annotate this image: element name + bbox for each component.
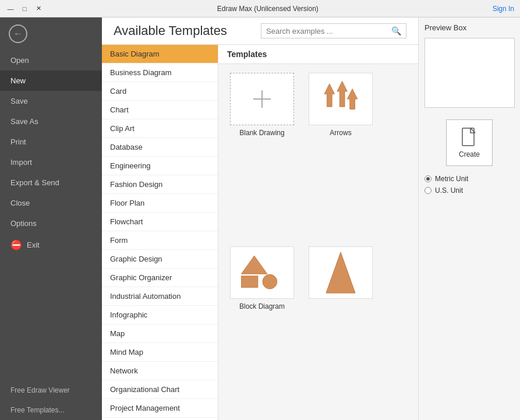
category-project-management[interactable]: Project Management: [102, 399, 218, 418]
category-engineering[interactable]: Engineering: [102, 157, 218, 175]
sidebar-item-print[interactable]: Print: [0, 132, 102, 152]
us-unit-option[interactable]: U.S. Unit: [425, 186, 514, 195]
metric-unit-option[interactable]: Metric Unit: [425, 175, 514, 183]
category-clip-art[interactable]: Clip Art: [102, 119, 218, 138]
sidebar-item-viewer[interactable]: Free Edraw Viewer: [0, 380, 102, 400]
template-pyramid[interactable]: [306, 246, 376, 411]
category-chart[interactable]: Chart: [102, 101, 218, 119]
sidebar-item-new[interactable]: New: [0, 70, 102, 91]
sidebar-item-export[interactable]: Export & Send: [0, 172, 102, 193]
category-floor-plan[interactable]: Floor Plan: [102, 194, 218, 213]
category-map[interactable]: Map: [102, 324, 218, 343]
pyramid-illustration: [317, 249, 364, 296]
search-icon: 🔍: [391, 26, 401, 36]
main-header: Available Templates 🔍: [102, 17, 418, 45]
category-basic-diagram[interactable]: Basic Diagram: [102, 45, 218, 63]
template-category-panel: Basic Diagram Business Diagram Card Char…: [102, 45, 218, 420]
templates-content: Templates Blank Drawing: [218, 45, 418, 420]
back-circle-icon: ←: [9, 24, 27, 43]
app-body: ← Open New Save Save As Print Import Exp…: [0, 17, 520, 420]
templates-grid-wrapper: Basic Diagram Business Diagram Card Char…: [102, 45, 418, 420]
category-graphic-organizer[interactable]: Graphic Organizer: [102, 269, 218, 287]
exit-label: Exit: [27, 241, 40, 249]
svg-rect-9: [462, 128, 474, 146]
template-block-diagram-preview: [230, 246, 294, 299]
category-network[interactable]: Network: [102, 362, 218, 380]
search-box[interactable]: 🔍: [261, 23, 406, 38]
templates-grid: Blank Drawing: [218, 64, 418, 420]
title-bar: — □ ✕ Edraw Max (Unlicensed Version) Sig…: [0, 0, 520, 17]
sidebar-bottom: Free Edraw Viewer Free Templates...: [0, 380, 102, 420]
app-title: Edraw Max (Unlicensed Version): [43, 5, 493, 13]
template-block-diagram[interactable]: Block Diagram: [227, 246, 297, 411]
metric-unit-label: Metric Unit: [435, 175, 468, 183]
content-area: Available Templates 🔍 Basic Diagram Busi…: [102, 17, 520, 420]
category-industrial-automation[interactable]: Industrial Automation: [102, 287, 218, 306]
templates-header: Templates: [218, 45, 418, 64]
category-mind-map[interactable]: Mind Map: [102, 343, 218, 362]
svg-marker-5: [241, 256, 267, 274]
metric-radio[interactable]: [425, 175, 431, 182]
svg-rect-6: [241, 276, 257, 288]
metric-radio-selected: [426, 177, 430, 181]
exit-icon: ⛔: [10, 239, 22, 250]
template-arrows-preview: [309, 73, 373, 125]
sidebar-item-free-templates[interactable]: Free Templates...: [0, 400, 102, 420]
sidebar-item-close[interactable]: Close: [0, 193, 102, 213]
template-blank-drawing-label: Blank Drawing: [239, 129, 284, 137]
template-blank-drawing-preview: [230, 73, 294, 125]
us-radio[interactable]: [425, 187, 431, 194]
category-business-diagram[interactable]: Business Diagram: [102, 63, 218, 82]
sidebar: ← Open New Save Save As Print Import Exp…: [0, 17, 102, 420]
create-button[interactable]: Create: [446, 119, 493, 166]
template-block-diagram-label: Block Diagram: [239, 302, 285, 310]
main-area: Available Templates 🔍 Basic Diagram Busi…: [102, 17, 418, 420]
svg-point-7: [263, 274, 277, 289]
sign-in-link[interactable]: Sign In: [493, 5, 514, 13]
us-unit-label: U.S. Unit: [435, 186, 463, 195]
template-pyramid-preview: [309, 246, 373, 299]
close-button[interactable]: ✕: [34, 4, 43, 13]
svg-marker-8: [326, 252, 355, 293]
exit-button[interactable]: ⛔ Exit: [0, 234, 102, 256]
template-arrows-label: Arrows: [330, 129, 351, 137]
preview-panel: Preview Box Create Metric U: [418, 17, 520, 420]
category-fashion-design[interactable]: Fashion Design: [102, 175, 218, 194]
svg-marker-3: [337, 81, 348, 107]
unit-options: Metric Unit U.S. Unit: [425, 175, 514, 195]
block-diagram-illustration: [239, 252, 285, 293]
svg-line-10: [471, 128, 475, 133]
category-database[interactable]: Database: [102, 138, 218, 157]
create-button-area: Create: [425, 119, 514, 166]
category-infographic[interactable]: Infographic: [102, 306, 218, 324]
search-input[interactable]: [266, 27, 391, 36]
svg-marker-4: [347, 89, 358, 110]
minimize-button[interactable]: —: [6, 4, 15, 13]
sidebar-item-options[interactable]: Options: [0, 213, 102, 234]
template-blank-drawing[interactable]: Blank Drawing: [227, 73, 297, 238]
sidebar-item-import[interactable]: Import: [0, 152, 102, 172]
available-templates-title: Available Templates: [114, 23, 227, 38]
back-button[interactable]: ←: [0, 17, 102, 50]
category-form[interactable]: Form: [102, 231, 218, 250]
sidebar-item-open[interactable]: Open: [0, 50, 102, 70]
preview-box-label: Preview Box: [425, 23, 514, 32]
preview-box: [425, 38, 515, 108]
template-arrows[interactable]: Arrows: [306, 73, 376, 238]
category-organizational-chart[interactable]: Organizational Chart: [102, 380, 218, 399]
window-controls[interactable]: — □ ✕: [6, 4, 43, 13]
svg-marker-2: [324, 84, 335, 107]
category-card[interactable]: Card: [102, 82, 218, 101]
templates-label: Templates: [227, 50, 267, 59]
category-flowchart[interactable]: Flowchart: [102, 213, 218, 231]
create-file-icon: [460, 127, 479, 148]
maximize-button[interactable]: □: [20, 4, 29, 13]
sidebar-item-save[interactable]: Save: [0, 91, 102, 111]
plus-icon: [250, 87, 274, 111]
create-button-label: Create: [459, 150, 480, 158]
sidebar-item-saveas[interactable]: Save As: [0, 111, 102, 132]
category-graphic-design[interactable]: Graphic Design: [102, 250, 218, 269]
arrows-illustration: [320, 79, 361, 119]
template-list: Basic Diagram Business Diagram Card Char…: [102, 45, 218, 420]
